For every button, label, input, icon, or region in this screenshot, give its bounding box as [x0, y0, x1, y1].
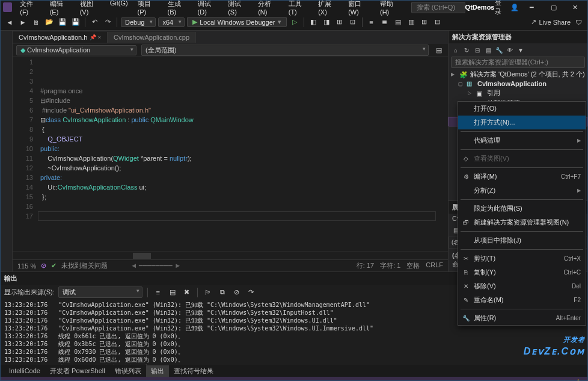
references-node[interactable]: ▷▣引用: [449, 88, 587, 98]
out-tool-flag[interactable]: 🏳: [203, 287, 213, 298]
forward-icon[interactable]: ►: [17, 17, 28, 28]
collapse-icon[interactable]: ⊟: [473, 45, 482, 55]
play-no-debug-icon[interactable]: ▷: [289, 17, 300, 28]
solution-node[interactable]: ▶🧩解决方案 'QtDemos' (2 个项目, 共 2 个): [449, 69, 587, 79]
toolbar-icon-1[interactable]: ◧: [308, 17, 319, 28]
home-icon[interactable]: ⌂: [451, 45, 461, 55]
project-node[interactable]: ▢⊞CvImshowApplication: [449, 79, 587, 88]
undo-icon[interactable]: ↶: [89, 17, 100, 28]
redo-icon[interactable]: ↷: [102, 17, 113, 28]
menu-p[interactable]: 项目(P): [133, 0, 162, 17]
add-source-control[interactable]: 添加到源代码管理 ▴: [469, 379, 527, 382]
toolbar-icon-7[interactable]: ▤: [393, 17, 403, 28]
code-editor[interactable]: 1234567891011121314151617 #pragma once⊟#…: [13, 57, 448, 251]
menu-n[interactable]: 分析(N): [254, 0, 283, 17]
split-icon[interactable]: ▤: [433, 45, 444, 56]
back-icon[interactable]: ◄: [4, 17, 15, 28]
menu-v[interactable]: 视图(V): [76, 0, 105, 17]
h-scrollbar[interactable]: [13, 251, 448, 259]
save-all-icon[interactable]: 💾: [70, 17, 81, 28]
ctx-remove[interactable]: ✕移除(V)Del: [458, 279, 586, 293]
live-share-button[interactable]: Live Share: [539, 19, 571, 26]
bottom-tab[interactable]: 输出: [146, 365, 169, 377]
menu-d[interactable]: 调试(D): [194, 0, 223, 17]
explorer-search[interactable]: 搜索解决方案资源管理器(Ctrl+;): [451, 57, 585, 68]
account-icon[interactable]: 👤: [509, 2, 519, 13]
ctx-analyze[interactable]: 分析(Z)▶: [458, 184, 586, 197]
out-tool-err[interactable]: ⊘: [231, 287, 242, 298]
ctx-cut[interactable]: ✂剪切(T)Ctrl+X: [458, 252, 586, 265]
toolbar-icon-2[interactable]: ◨: [321, 17, 332, 28]
toolbar-icon-9[interactable]: ⊞: [419, 17, 430, 28]
issues-icon: ⊘: [41, 262, 46, 270]
toolbar-icon-5[interactable]: ≡: [366, 17, 377, 28]
enc-indicator[interactable]: CRLF: [426, 261, 443, 270]
notifications-icon[interactable]: 🔔: [574, 379, 583, 382]
menu-gitg[interactable]: Git(G): [106, 0, 132, 17]
context-menu: 打开(O) 打开方式(N)... 代码清理▶ ◇查看类图(V) ⚙编译(M)Ct…: [458, 101, 586, 326]
char-indicator[interactable]: 字符: 1: [380, 261, 400, 270]
out-tool-3[interactable]: ✖: [182, 287, 192, 298]
sync-icon[interactable]: ↻: [462, 45, 471, 55]
new-project-icon[interactable]: 🗎: [31, 17, 41, 28]
close-button[interactable]: ✕: [566, 1, 585, 13]
toolbar-icon-10[interactable]: ⊟: [432, 17, 443, 28]
ctx-new-view[interactable]: 🗗新建解决方案资源管理器视图(N): [458, 215, 586, 229]
open-icon[interactable]: 📂: [44, 17, 55, 28]
breadcrumb-region[interactable]: (全局范围): [141, 45, 429, 56]
ctx-rename[interactable]: ✎重命名(M)F2: [458, 293, 586, 307]
bottom-tabs: IntelliCode开发者 PowerShell错误列表输出查找符号结果: [1, 365, 587, 377]
toolbar-icon-6[interactable]: ≣: [379, 17, 390, 28]
maximize-button[interactable]: ▢: [544, 1, 563, 13]
start-debug-button[interactable]: ▶ Local Windows Debugger ▾: [187, 17, 286, 27]
ws-indicator[interactable]: 空格: [406, 261, 420, 270]
properties-icon[interactable]: 🔧: [494, 45, 504, 55]
menu-x[interactable]: 扩展(X): [314, 0, 343, 17]
debugger-label: Local Windows Debugger: [200, 19, 275, 26]
show-all-icon[interactable]: ▤: [483, 45, 493, 55]
minimize-button[interactable]: ━: [522, 1, 541, 13]
line-indicator[interactable]: 行: 17: [357, 261, 374, 270]
menu-s[interactable]: 测试(S): [224, 0, 253, 17]
breadcrumb-scope[interactable]: ◆ CvImshowApplication: [16, 45, 136, 55]
ctx-copy[interactable]: ⎘复制(Y)Ctrl+C: [458, 265, 586, 279]
ctx-code-cleanup[interactable]: 代码清理▶: [458, 134, 586, 147]
main-toolbar: ◄ ► 🗎 📂 💾 💾 ↶ ↷ Debug x64 ▶ Local Window…: [1, 14, 587, 31]
out-tool-thread[interactable]: ⧉: [217, 287, 228, 298]
login-link[interactable]: 登录: [495, 0, 507, 16]
ctx-scope[interactable]: 限定为此范围(S): [458, 202, 586, 215]
menu-t[interactable]: 工具(T): [284, 0, 313, 17]
ctx-exclude[interactable]: 从项目中排除(J): [458, 234, 586, 247]
menu-b[interactable]: 生成(B): [164, 0, 192, 17]
ctx-properties[interactable]: 🔧属性(R)Alt+Enter: [458, 311, 586, 325]
zoom-level[interactable]: 115 %: [17, 262, 36, 270]
menu-h[interactable]: 帮助(H): [376, 0, 405, 17]
menu-w[interactable]: 窗口(W): [344, 0, 375, 17]
output-source-dropdown[interactable]: 调试: [58, 287, 142, 298]
ctx-open-with[interactable]: 打开方式(N)...: [458, 116, 586, 129]
search-input[interactable]: 搜索 (Ctrl+Q): [411, 2, 465, 13]
ctx-open[interactable]: 打开(O): [458, 102, 586, 116]
filter-icon[interactable]: ▼: [516, 45, 525, 55]
bottom-tab[interactable]: IntelliCode: [4, 366, 45, 376]
save-icon[interactable]: 💾: [57, 17, 68, 28]
toolbar-icon-3[interactable]: ⊞: [334, 17, 345, 28]
out-tool-step[interactable]: ↷: [246, 287, 257, 298]
bottom-tab[interactable]: 查找符号结果: [169, 365, 218, 377]
out-tool-2[interactable]: ▤: [167, 287, 178, 298]
bottom-tab[interactable]: 错误列表: [110, 365, 146, 377]
platform-dropdown[interactable]: x64: [158, 17, 185, 27]
doc-tab[interactable]: CvImshowApplication.cpp: [108, 32, 196, 43]
preview-icon[interactable]: 👁: [505, 45, 515, 55]
config-dropdown[interactable]: Debug: [121, 17, 156, 27]
out-tool-1[interactable]: ≡: [153, 287, 164, 298]
select-repo[interactable]: ◆ 选择仓库: [533, 379, 568, 382]
menu-e[interactable]: 编辑(E): [46, 0, 75, 17]
menu-f[interactable]: 文件(F): [16, 0, 44, 17]
bottom-tab[interactable]: 开发者 PowerShell: [45, 365, 110, 377]
explorer-toolbar: ⌂ ↻ ⊟ ▤ 🔧 👁 ▼: [449, 43, 587, 57]
toolbar-icon-4[interactable]: ⊡: [348, 17, 358, 28]
doc-tab[interactable]: CvImshowApplication.h 📌 ×: [13, 32, 108, 43]
toolbar-icon-8[interactable]: ▥: [406, 17, 417, 28]
ctx-compile[interactable]: ⚙编译(M)Ctrl+F7: [458, 170, 586, 184]
